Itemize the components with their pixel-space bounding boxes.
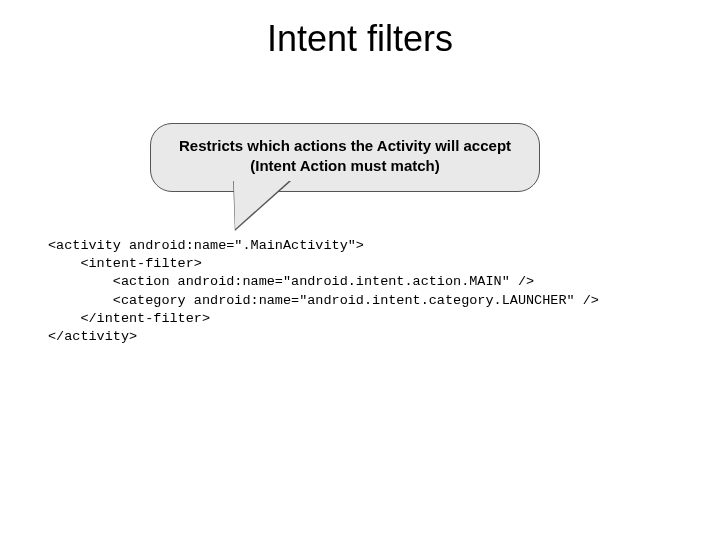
code-line: </intent-filter> [48, 311, 210, 326]
callout-box: Restricts which actions the Activity wil… [150, 123, 540, 192]
callout-container: Restricts which actions the Activity wil… [150, 123, 540, 192]
code-line: </activity> [48, 329, 137, 344]
slide-title: Intent filters [0, 18, 720, 60]
callout-line-1: Restricts which actions the Activity wil… [179, 136, 511, 156]
callout-line-2: (Intent Action must match) [179, 156, 511, 176]
code-block: <activity android:name=".MainActivity"> … [48, 237, 599, 346]
code-line: <action android:name="android.intent.act… [48, 274, 534, 289]
code-line: <category android:name="android.intent.c… [48, 293, 599, 308]
code-line: <intent-filter> [48, 256, 202, 271]
code-line: <activity android:name=".MainActivity"> [48, 238, 364, 253]
